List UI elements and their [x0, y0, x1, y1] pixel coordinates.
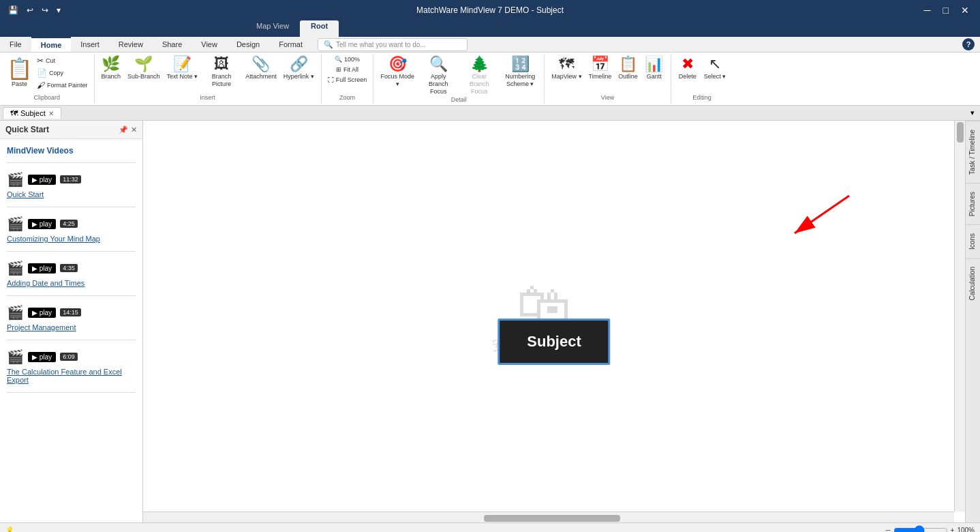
tab-share[interactable]: Share: [153, 37, 192, 52]
clear-branch-focus-button[interactable]: 🌲 Clear Branch Focus: [459, 55, 499, 96]
video-icon-4: 🎬: [7, 349, 24, 365]
video-item-2[interactable]: 🎬 ▶ play 4:35 Adding Date and Times: [0, 254, 142, 293]
zoom-minus-btn[interactable]: ─: [885, 527, 890, 532]
fit-all-icon: ⊞: [336, 66, 341, 73]
vertical-scrollbar[interactable]: [954, 121, 965, 512]
video-item-1[interactable]: 🎬 ▶ play 4:25 Customizing Your Mind Map: [0, 210, 142, 248]
video-play-1[interactable]: ▶ play: [28, 219, 56, 229]
main-layout: Quick Start 📌 ✕ MindView Videos 🎬 ▶ play…: [0, 121, 980, 522]
zoom-icon: 🔍: [335, 56, 342, 63]
title-bar: 💾 ↩ ↪ ▾ MatchWare MindView 7 DEMO - Subj…: [0, 0, 980, 20]
doc-tabs: 🗺 Subject ✕ ▾: [0, 106, 980, 121]
video-title-3[interactable]: Project Management: [7, 323, 136, 331]
redo-btn[interactable]: ↪: [39, 4, 51, 16]
ribbon-group-view: 🗺 MapView ▾ 📅 Timeline 📋 Outline 📊 Gantt…: [545, 54, 671, 104]
numbering-scheme-button[interactable]: 🔢 Numbering Scheme ▾: [500, 55, 540, 89]
right-tab-pictures[interactable]: Pictures: [966, 183, 980, 224]
tab-design[interactable]: Design: [227, 37, 269, 52]
tab-scroll-right[interactable]: ▾: [965, 108, 980, 117]
maximize-btn[interactable]: □: [938, 3, 954, 17]
apply-branch-focus-button[interactable]: 🔍 Apply Branch Focus: [418, 55, 458, 96]
delete-button[interactable]: ✖ Delete: [675, 55, 700, 82]
video-play-3[interactable]: ▶ play: [28, 308, 56, 318]
subject-node[interactable]: Subject: [497, 319, 610, 365]
vertical-scroll-thumb[interactable]: [957, 122, 964, 143]
focus-mode-button[interactable]: 🎯 Focus Mode ▾: [378, 55, 417, 89]
view-tab-root[interactable]: Root: [300, 20, 339, 37]
ribbon-tabs: File Home Insert Review Share View Desig…: [0, 37, 980, 53]
clipboard-small-btns: ✂ Cut 📄 Copy 🖌 Format Painter: [35, 55, 90, 91]
zoom-label: Zoom: [339, 94, 355, 102]
video-duration-2: 4:35: [60, 264, 78, 272]
copy-button[interactable]: 📄 Copy: [35, 68, 90, 78]
video-play-2[interactable]: ▶ play: [28, 263, 56, 274]
view-tab-mapview[interactable]: Map View: [245, 20, 300, 37]
format-painter-button[interactable]: 🖌 Format Painter: [35, 80, 90, 91]
right-tab-task-timeline[interactable]: Task / Timeline: [966, 121, 980, 183]
clear-branch-focus-icon: 🌲: [470, 57, 489, 72]
video-title-4[interactable]: The Calculation Feature and Excel Export: [7, 368, 136, 384]
zoom-percent-button[interactable]: 🔍 100%: [333, 55, 362, 63]
video-duration-0: 11:32: [60, 175, 81, 183]
video-item-3[interactable]: 🎬 ▶ play 14:15 Project Management: [0, 299, 142, 337]
qs-divider-4: [7, 340, 136, 340]
video-title-0[interactable]: Quick Start: [7, 190, 136, 198]
undo-btn[interactable]: ↩: [24, 4, 36, 16]
paste-button[interactable]: 📋 Paste: [4, 55, 35, 91]
tab-insert[interactable]: Insert: [71, 37, 109, 52]
video-play-4[interactable]: ▶ play: [28, 352, 56, 362]
branch-picture-button[interactable]: 🖼 Branch Picture: [202, 55, 241, 89]
qat-dropdown-btn[interactable]: ▾: [54, 4, 63, 16]
video-item-0[interactable]: 🎬 ▶ play 11:32 Quick Start: [0, 166, 142, 204]
doc-tab-close[interactable]: ✕: [48, 110, 54, 117]
search-bar-area: 🔍 Tell me what you want to do... ?: [312, 37, 980, 52]
close-btn[interactable]: ✕: [955, 3, 975, 17]
tab-review[interactable]: Review: [109, 37, 153, 52]
qs-pin-btn[interactable]: 📌: [119, 125, 128, 134]
text-note-button[interactable]: 📝 Text Note ▾: [164, 55, 201, 82]
sub-branch-button[interactable]: 🌱 Sub-Branch: [125, 55, 163, 82]
video-thumb-1: 🎬 ▶ play 4:25: [7, 216, 136, 232]
tab-file[interactable]: File: [0, 37, 31, 52]
video-item-4[interactable]: 🎬 ▶ play 6:09 The Calculation Feature an…: [0, 343, 142, 389]
outline-button[interactable]: 📋 Outline: [615, 55, 641, 82]
tab-format[interactable]: Format: [269, 37, 312, 52]
view-tab-bar: Map View Root: [0, 20, 980, 37]
hyperlink-button[interactable]: 🔗 Hyperlink ▾: [281, 55, 317, 82]
video-play-0[interactable]: ▶ play: [28, 175, 56, 185]
attachment-icon: 📎: [251, 57, 270, 72]
insert-label: Insert: [200, 94, 215, 102]
video-title-2[interactable]: Adding Date and Times: [7, 279, 136, 287]
right-tab-icons[interactable]: Icons: [966, 224, 980, 258]
tab-home[interactable]: Home: [31, 37, 72, 52]
select-button[interactable]: ↖ Select ▾: [701, 55, 729, 82]
help-btn[interactable]: ?: [962, 38, 975, 50]
title-bar-right: ─ □ ✕: [919, 3, 975, 17]
horizontal-scroll-thumb[interactable]: [484, 515, 620, 522]
save-qat-btn[interactable]: 💾: [5, 4, 21, 16]
minimize-btn[interactable]: ─: [919, 3, 936, 17]
zoom-slider[interactable]: [893, 525, 948, 533]
attachment-button[interactable]: 📎 Attachment: [243, 55, 279, 82]
gantt-button[interactable]: 📊 Gantt: [642, 55, 667, 82]
fit-all-button[interactable]: ⊞ Fit All: [334, 65, 361, 74]
copy-icon: 📄: [37, 68, 47, 78]
detail-label: Detail: [451, 96, 467, 104]
zoom-plus-btn[interactable]: +: [951, 527, 955, 532]
video-title-1[interactable]: Customizing Your Mind Map: [7, 235, 136, 243]
timeline-button[interactable]: 📅 Timeline: [586, 55, 615, 82]
video-icon-0: 🎬: [7, 171, 24, 188]
full-screen-button[interactable]: ⛶ Full Screen: [326, 76, 369, 84]
cut-button[interactable]: ✂ Cut: [35, 55, 90, 66]
horizontal-scrollbar[interactable]: [143, 512, 954, 522]
search-bar[interactable]: 🔍 Tell me what you want to do...: [318, 38, 468, 51]
doc-tab-subject[interactable]: 🗺 Subject ✕: [3, 107, 61, 119]
tab-view[interactable]: View: [192, 37, 227, 52]
mapview-button[interactable]: 🗺 MapView ▾: [549, 55, 584, 82]
zoom-buttons: 🔍 100% ⊞ Fit All ⛶ Full Screen: [326, 55, 369, 84]
qs-close-btn[interactable]: ✕: [131, 125, 137, 134]
branch-button[interactable]: 🌿 Branch: [99, 55, 124, 82]
video-icon-2: 🎬: [7, 260, 24, 276]
lightbulb-icon: 💡: [5, 527, 14, 532]
right-tab-calculation[interactable]: Calculation: [966, 258, 980, 308]
